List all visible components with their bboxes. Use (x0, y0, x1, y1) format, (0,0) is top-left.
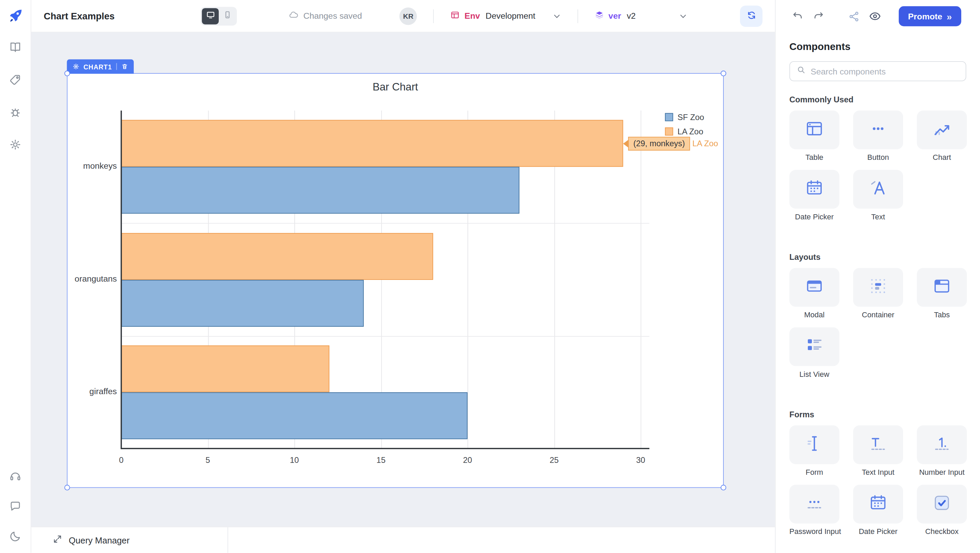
version-value: v2 (627, 11, 636, 21)
share-button[interactable] (848, 10, 860, 22)
settings-button[interactable] (5, 135, 26, 156)
debug-button[interactable] (5, 102, 26, 124)
chart-icon (931, 118, 953, 142)
container-icon (867, 275, 888, 299)
section-label: Forms (789, 410, 966, 420)
component-tag[interactable]: CHART1 (67, 59, 134, 73)
component-card-form[interactable]: Form (789, 426, 840, 477)
legend-label: LA Zoo (678, 127, 703, 137)
releases-button[interactable] (5, 70, 26, 91)
resize-handle[interactable] (721, 71, 727, 76)
date-picker-icon (804, 178, 825, 201)
search-icon (796, 65, 806, 78)
component-grid: ModalContainerTabsList View (789, 268, 966, 378)
components-panel-title: Components (789, 41, 966, 52)
component-thumb (853, 111, 903, 149)
preview-eye-button[interactable] (869, 10, 881, 22)
date-picker-icon (867, 492, 888, 516)
component-card-list-view[interactable]: List View (789, 327, 840, 378)
bar-la-zoo-orangutans[interactable] (121, 233, 433, 280)
header-divider (577, 9, 578, 23)
component-card-checkbox[interactable]: Checkbox (917, 485, 967, 536)
settings-icon (9, 138, 22, 153)
x-tick-label: 20 (455, 455, 480, 465)
debug-icon (9, 105, 22, 121)
component-card-button[interactable]: Button (853, 111, 903, 162)
rail-nav (5, 24, 26, 156)
table-icon (804, 118, 825, 142)
component-card-text[interactable]: Text (853, 170, 903, 221)
expand-icon (52, 534, 62, 546)
environment-icon (450, 10, 460, 22)
component-card-container[interactable]: Container (853, 268, 903, 319)
legend-swatch (665, 113, 673, 121)
tooltip-series-name: LA Zoo (692, 139, 718, 148)
chart-component[interactable]: CHART1 Bar Chart 051015202530monkeysoran… (67, 73, 724, 488)
bar-la-zoo-giraffes[interactable] (121, 345, 329, 392)
legend-item-la-zoo[interactable]: LA Zoo (665, 127, 704, 137)
redo-button[interactable] (813, 10, 824, 22)
y-category-label: orangutans (62, 274, 117, 283)
component-thumb (789, 426, 840, 464)
environment-selector[interactable]: Env Development (450, 10, 561, 22)
component-card-text-input[interactable]: Text Input (853, 426, 903, 477)
component-card-number-input[interactable]: Number Input (917, 426, 967, 477)
component-thumb (853, 170, 903, 209)
save-status-text: Changes saved (304, 11, 362, 21)
undo-button[interactable] (792, 10, 804, 22)
legend-item-sf-zoo[interactable]: SF Zoo (665, 113, 704, 122)
component-card-date-picker[interactable]: Date Picker (789, 170, 840, 221)
component-card-modal[interactable]: Modal (789, 268, 840, 319)
x-tick-label: 25 (542, 455, 566, 465)
component-thumb (917, 268, 967, 307)
bar-sf-zoo-giraffes[interactable] (121, 392, 468, 439)
component-card-label: Button (853, 153, 903, 162)
desktop-toggle-button[interactable] (202, 8, 219, 24)
resize-handle[interactable] (721, 485, 727, 490)
avatar[interactable]: KR (399, 7, 417, 24)
phone-icon (223, 10, 232, 21)
query-manager-label: Query Manager (69, 535, 130, 545)
support-icon (9, 470, 22, 485)
chat-icon (9, 500, 22, 515)
search-components-input[interactable] (811, 67, 966, 76)
resize-handle[interactable] (64, 485, 70, 490)
component-delete-icon[interactable] (121, 63, 128, 70)
pages-button[interactable] (5, 37, 26, 59)
resize-handle[interactable] (64, 71, 70, 76)
component-card-chart[interactable]: Chart (917, 111, 967, 162)
component-settings-icon[interactable] (72, 63, 79, 70)
component-card-label: Date Picker (853, 527, 903, 536)
component-card-tabs[interactable]: Tabs (917, 268, 967, 319)
support-button[interactable] (5, 467, 26, 488)
x-tick-label: 0 (109, 455, 134, 465)
refresh-icon (746, 10, 756, 22)
mobile-toggle-button[interactable] (219, 8, 236, 24)
component-card-date-picker[interactable]: Date Picker (853, 485, 903, 536)
query-manager-toggle[interactable]: Query Manager (31, 527, 228, 553)
chevron-down-icon (552, 11, 561, 21)
component-card-label: Text Input (853, 468, 903, 477)
component-thumb (789, 268, 840, 307)
component-thumb (853, 485, 903, 523)
monitor-icon (206, 10, 215, 21)
right-panel: Promote » Components Commonly UsedTableB… (775, 0, 980, 553)
component-card-label: Password Input (789, 527, 840, 536)
version-selector[interactable]: ver v2 (594, 10, 688, 22)
chat-button[interactable] (5, 497, 26, 518)
refresh-button[interactable] (740, 5, 762, 27)
toolbar: Promote » (775, 0, 980, 33)
app-logo-icon[interactable] (7, 8, 24, 24)
tabs-icon (931, 275, 953, 299)
bar-sf-zoo-monkeys[interactable] (121, 167, 519, 214)
component-card-password-input[interactable]: Password Input (789, 485, 840, 536)
left-rail (0, 0, 31, 553)
canvas[interactable]: CHART1 Bar Chart 051015202530monkeysoran… (31, 33, 775, 527)
component-section: FormsFormText InputNumber InputPassword … (789, 410, 966, 536)
rail-bottom-nav (5, 458, 26, 553)
bar-la-zoo-monkeys[interactable] (121, 120, 624, 167)
promote-button[interactable]: Promote » (899, 6, 961, 26)
component-card-table[interactable]: Table (789, 111, 840, 162)
bar-sf-zoo-orangutans[interactable] (121, 280, 363, 326)
theme-button[interactable] (5, 526, 26, 548)
